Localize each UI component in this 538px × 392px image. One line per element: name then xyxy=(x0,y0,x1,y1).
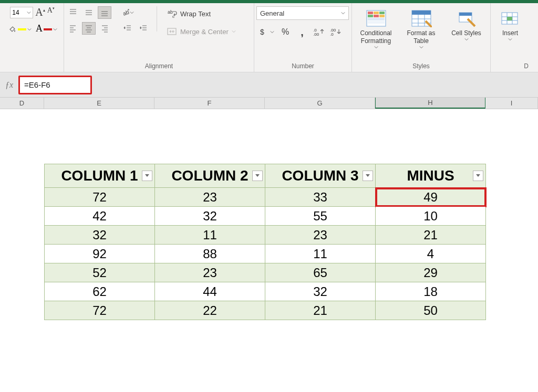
cell[interactable]: 23 xyxy=(155,263,265,282)
cell[interactable]: 11 xyxy=(265,245,376,263)
cell[interactable]: 4 xyxy=(376,245,486,263)
chevron-down-icon xyxy=(27,27,32,31)
align-bottom-button[interactable] xyxy=(98,6,111,19)
chevron-down-icon xyxy=(130,10,134,15)
cell-styles-button[interactable]: Cell Styles xyxy=(445,6,488,51)
conditional-formatting-button[interactable]: Conditional Formatting xyxy=(355,6,398,51)
accounting-format-button[interactable]: $ xyxy=(256,25,276,39)
cell[interactable]: 11 xyxy=(155,226,265,245)
cell[interactable]: 92 xyxy=(45,245,155,263)
orientation-button[interactable]: ab xyxy=(121,6,134,19)
align-middle-button[interactable] xyxy=(82,6,96,19)
filter-button[interactable] xyxy=(363,171,373,181)
cell[interactable]: 18 xyxy=(376,282,486,301)
filter-button[interactable] xyxy=(142,171,152,181)
svg-rect-14 xyxy=(374,15,379,17)
decrease-indent-button[interactable] xyxy=(121,22,134,35)
filter-button[interactable] xyxy=(473,171,483,181)
cell[interactable]: 21 xyxy=(376,226,486,245)
align-center-button[interactable] xyxy=(82,22,96,35)
decrease-font-size-button[interactable]: A▾ xyxy=(47,6,55,18)
font-size-combo[interactable]: 14 xyxy=(10,7,33,18)
cell[interactable]: 52 xyxy=(45,263,155,282)
number-format-value: General xyxy=(260,9,284,17)
cell[interactable]: 10 xyxy=(376,207,486,226)
align-top-button[interactable] xyxy=(66,6,80,19)
cell-styles-label: Cell Styles xyxy=(451,29,481,37)
worksheet-grid[interactable]: COLUMN 1 COLUMN 2 COLUMN 3 MINUS 72 23 3… xyxy=(0,109,538,391)
column-header-F[interactable]: F xyxy=(154,98,265,109)
insert-cells-icon xyxy=(498,8,523,28)
ribbon-group-font: 14 A▴ A▾ xyxy=(1,3,64,72)
cell[interactable]: 62 xyxy=(45,282,155,301)
svg-text:c: c xyxy=(172,14,174,19)
column-header-D[interactable]: D xyxy=(0,98,44,109)
cell[interactable]: 29 xyxy=(376,263,486,282)
cell-minus-first[interactable]: 49 xyxy=(376,188,486,207)
insert-cells-button[interactable]: Insert xyxy=(493,6,527,51)
data-table: COLUMN 1 COLUMN 2 COLUMN 3 MINUS 72 23 3… xyxy=(44,164,486,320)
format-as-table-button[interactable]: Format as Table xyxy=(400,6,443,51)
column-header-I[interactable]: I xyxy=(485,98,538,109)
font-group-label xyxy=(3,68,61,71)
cell[interactable]: 32 xyxy=(265,282,376,301)
percent-format-button[interactable]: % xyxy=(277,25,293,39)
increase-decimal-button[interactable]: .0.00 xyxy=(311,25,327,39)
table-header-minus[interactable]: MINUS xyxy=(376,164,486,188)
cell[interactable]: 22 xyxy=(155,301,265,320)
filter-button[interactable] xyxy=(252,171,263,181)
wrap-text-button[interactable]: ab c Wrap Text xyxy=(163,6,239,21)
comma-format-button[interactable]: , xyxy=(294,25,310,39)
table-row: 42 32 55 10 xyxy=(45,207,486,226)
align-right-button[interactable] xyxy=(98,22,111,35)
cell[interactable]: 32 xyxy=(45,226,155,245)
merge-cells-icon xyxy=(167,26,177,37)
column-header-H[interactable]: H xyxy=(375,98,485,109)
svg-text:$: $ xyxy=(260,28,264,36)
chevron-down-icon xyxy=(232,29,236,34)
font-color-button[interactable]: A xyxy=(36,24,57,35)
increase-font-size-button[interactable]: A▴ xyxy=(35,6,45,18)
cell[interactable]: 44 xyxy=(155,282,265,301)
increase-indent-button[interactable] xyxy=(137,22,150,35)
cell[interactable]: 55 xyxy=(265,207,376,226)
chevron-down-icon xyxy=(27,10,31,15)
ribbon-group-cells: Insert D xyxy=(491,3,530,72)
fill-color-button[interactable] xyxy=(7,25,32,34)
cell[interactable]: 23 xyxy=(265,226,376,245)
cell[interactable]: 65 xyxy=(265,263,376,282)
number-format-combo[interactable]: General xyxy=(256,6,349,20)
cell[interactable]: 72 xyxy=(45,188,155,207)
chevron-down-icon xyxy=(341,11,345,15)
decrease-decimal-button[interactable]: .00.0 xyxy=(328,25,344,39)
cells-group-label: D xyxy=(493,68,527,71)
cell[interactable]: 72 xyxy=(45,301,155,320)
cell[interactable]: 33 xyxy=(265,188,376,207)
align-left-button[interactable] xyxy=(66,22,80,35)
table-header-col2[interactable]: COLUMN 2 xyxy=(155,164,265,188)
conditional-formatting-label: Conditional Formatting xyxy=(356,29,397,45)
font-size-value: 14 xyxy=(12,9,19,16)
table-header-col3[interactable]: COLUMN 3 xyxy=(265,164,376,188)
cell[interactable]: 23 xyxy=(155,188,265,207)
cell[interactable]: 42 xyxy=(45,207,155,226)
font-color-a-icon: A xyxy=(36,23,43,34)
column-header-G[interactable]: G xyxy=(265,98,375,109)
fx-icon[interactable]: ƒx xyxy=(0,80,18,90)
column-header-E[interactable]: E xyxy=(44,98,154,109)
cell[interactable]: 21 xyxy=(265,301,376,320)
merge-center-button: Merge & Center xyxy=(163,24,239,39)
table-header-col1[interactable]: COLUMN 1 xyxy=(45,164,155,188)
svg-text:.00: .00 xyxy=(313,32,319,37)
table-row: 32 11 23 21 xyxy=(45,226,486,245)
wrap-text-icon: ab c xyxy=(167,8,177,19)
cell[interactable]: 32 xyxy=(155,207,265,226)
cell[interactable]: 50 xyxy=(376,301,486,320)
table-row: 92 88 11 4 xyxy=(45,245,486,263)
table-row: 62 44 32 18 xyxy=(45,282,486,301)
cell[interactable]: 88 xyxy=(155,245,265,263)
formula-input[interactable]: =E6-F6 xyxy=(18,76,92,94)
chevron-down-icon xyxy=(53,27,57,31)
formula-bar: ƒx =E6-F6 xyxy=(0,72,538,98)
font-color-swatch xyxy=(44,28,52,30)
